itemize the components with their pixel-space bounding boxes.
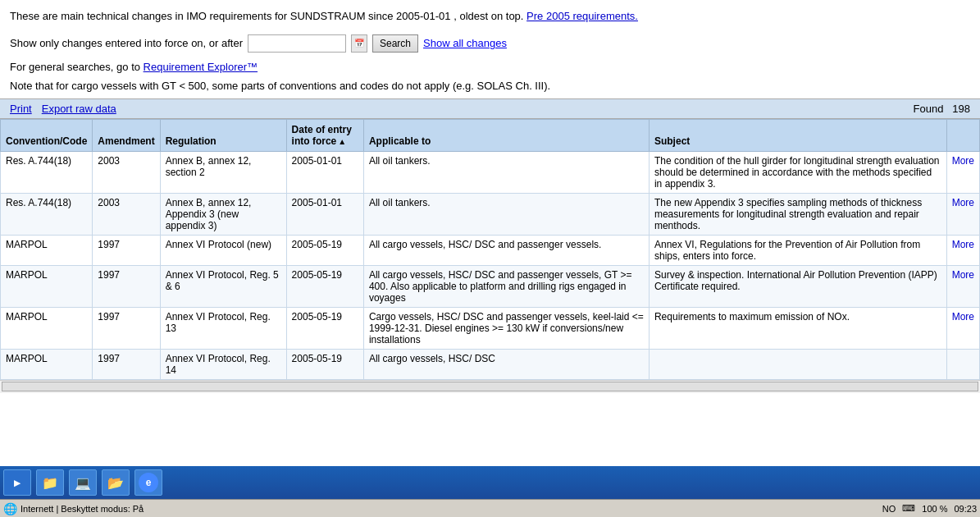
cell-applicable: All oil tankers. [363, 151, 649, 193]
cell-more [946, 349, 979, 379]
calendar-button[interactable]: 📅 [351, 34, 367, 53]
cell-convention: Res. A.744(18) [1, 151, 93, 193]
cell-more: More [946, 265, 979, 307]
cell-subject: Requirements to maximum emission of NOx. [649, 307, 946, 349]
more-link[interactable]: More [952, 311, 974, 323]
cell-convention: MARPOL [1, 307, 93, 349]
sort-arrow-icon: ▲ [338, 137, 346, 146]
general-search-section: For general searches, go to Requirement … [0, 57, 980, 76]
more-link[interactable]: More [952, 155, 974, 167]
table-row: Res. A.744(18)2003Annex B, annex 12, App… [1, 193, 980, 235]
cell-date: 2005-05-19 [286, 349, 363, 379]
cell-subject: Survey & inspection. International Air P… [649, 265, 946, 307]
table-row: MARPOL1997Annex VI Protocol, Reg. 132005… [1, 307, 980, 349]
search-label: Show only changes entered into force on,… [10, 37, 243, 49]
cell-amendment: 1997 [93, 349, 160, 379]
cell-regulation: Annex VI Protocol, Reg. 13 [160, 307, 286, 349]
more-link[interactable]: More [952, 239, 974, 250]
cell-more: More [946, 307, 979, 349]
table-row: MARPOL1997Annex VI Protocol, Reg. 142005… [1, 349, 980, 379]
col-regulation: Regulation [160, 119, 286, 151]
cell-date: 2005-05-19 [286, 265, 363, 307]
cell-more: More [946, 151, 979, 193]
cell-subject: The new Appendix 3 specifies sampling me… [649, 193, 946, 235]
cell-applicable: All cargo vessels, HSC/ DSC and passenge… [363, 235, 649, 265]
date-input[interactable] [248, 34, 346, 53]
intro-section: These are main technical changes in IMO … [0, 0, 980, 30]
cell-regulation: Annex B, annex 12, Appendix 3 (new appen… [160, 193, 286, 235]
cell-more: More [946, 235, 979, 265]
cell-subject [649, 349, 946, 379]
results-table: Convention/Code Amendment Regulation Dat… [0, 119, 980, 380]
req-explorer-link[interactable]: Requirement Explorer™ [144, 61, 258, 73]
general-search-label: For general searches, go to [10, 61, 140, 73]
toolbar-left: Print Export raw data [10, 103, 116, 115]
table-header-row: Convention/Code Amendment Regulation Dat… [1, 119, 980, 151]
cell-date: 2005-05-19 [286, 235, 363, 265]
table-row: MARPOL1997Annex VI Protocol, Reg. 5 & 62… [1, 265, 980, 307]
table-row: Res. A.744(18)2003Annex B, annex 12, sec… [1, 151, 980, 193]
cell-regulation: Annex VI Protocol, Reg. 14 [160, 349, 286, 379]
col-applicable: Applicable to [363, 119, 649, 151]
col-date[interactable]: Date of entry into force▲ [286, 119, 363, 151]
col-subject: Subject [649, 119, 946, 151]
export-link[interactable]: Export raw data [42, 103, 116, 115]
cell-amendment: 2003 [93, 193, 160, 235]
note-section: Note that for cargo vessels with GT < 50… [0, 76, 980, 98]
cell-applicable: All cargo vessels, HSC/ DSC [363, 349, 649, 379]
cell-regulation: Annex VI Protocol, Reg. 5 & 6 [160, 265, 286, 307]
cell-subject: Annex VI, Regulations for the Prevention… [649, 235, 946, 265]
cell-date: 2005-01-01 [286, 151, 363, 193]
toolbar: Print Export raw data Found 198 [0, 98, 980, 119]
col-more [946, 119, 979, 151]
found-number: 198 [952, 103, 970, 115]
more-link[interactable]: More [952, 269, 974, 281]
print-link[interactable]: Print [10, 103, 32, 115]
cell-applicable: All oil tankers. [363, 193, 649, 235]
cell-convention: Res. A.744(18) [1, 193, 93, 235]
cell-regulation: Annex B, annex 12, section 2 [160, 151, 286, 193]
col-convention: Convention/Code [1, 119, 93, 151]
horizontal-scrollbar-row [0, 380, 980, 393]
cell-convention: MARPOL [1, 265, 93, 307]
show-all-link[interactable]: Show all changes [423, 37, 507, 49]
cell-amendment: 2003 [93, 151, 160, 193]
cell-amendment: 1997 [93, 235, 160, 265]
search-button[interactable]: Search [372, 34, 418, 53]
cell-amendment: 1997 [93, 307, 160, 349]
cell-amendment: 1997 [93, 265, 160, 307]
col-amendment: Amendment [93, 119, 160, 151]
intro-text: These are main technical changes in IMO … [10, 10, 523, 22]
table-row: MARPOL1997Annex VI Protocol (new)2005-05… [1, 235, 980, 265]
cell-subject: The condition of the hull girder for lon… [649, 151, 946, 193]
cell-regulation: Annex VI Protocol (new) [160, 235, 286, 265]
found-text: Found [914, 103, 944, 115]
results-table-container: Convention/Code Amendment Regulation Dat… [0, 119, 980, 380]
cell-more: More [946, 193, 979, 235]
note-text: Note that for cargo vessels with GT < 50… [10, 80, 550, 92]
cell-convention: MARPOL [1, 235, 93, 265]
search-section: Show only changes entered into force on,… [0, 30, 980, 57]
found-count-label: Found 198 [914, 103, 970, 115]
cell-date: 2005-05-19 [286, 307, 363, 349]
cell-applicable: Cargo vessels, HSC/ DSC and passenger ve… [363, 307, 649, 349]
pre2005-link[interactable]: Pre 2005 requirements. [526, 10, 638, 22]
horizontal-scrollbar[interactable] [2, 382, 978, 391]
cell-convention: MARPOL [1, 349, 93, 379]
cell-applicable: All cargo vessels, HSC/ DSC and passenge… [363, 265, 649, 307]
more-link[interactable]: More [952, 197, 974, 208]
cell-date: 2005-01-01 [286, 193, 363, 235]
